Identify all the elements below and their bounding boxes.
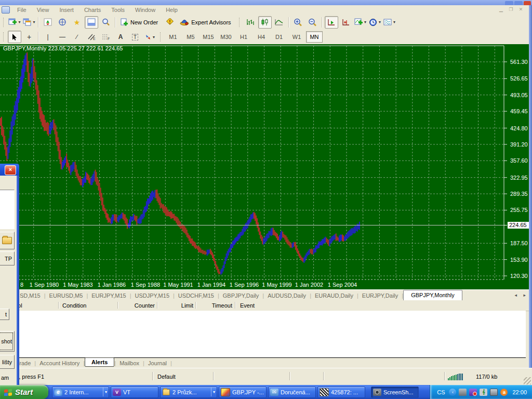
restore-button[interactable] — [514, 1, 523, 5]
candlestick-chart-button[interactable] — [258, 16, 272, 29]
periods-button[interactable]: ▾ — [368, 16, 382, 29]
overlay-shot-button[interactable]: shot — [0, 331, 15, 352]
timeframe-D1[interactable]: D1 — [271, 31, 287, 43]
taskbar-button-1[interactable]: e2 Intern...▾ — [52, 387, 109, 398]
chart-tab-AUDUSD-Daily[interactable]: AUDUSD,Daily — [264, 291, 310, 300]
overlay-t-button[interactable]: t — [0, 309, 9, 320]
language-indicator[interactable]: CS — [435, 389, 446, 395]
zoom-out-button[interactable] — [306, 16, 320, 29]
taskbar-button-3[interactable]: 2 Průzk...▾ — [160, 387, 217, 398]
chart-tab-EURJPY-M15[interactable]: EURJPY,M15 — [88, 291, 129, 300]
auto-scroll-button[interactable] — [325, 16, 338, 29]
menu-charts[interactable]: Charts — [79, 6, 106, 14]
taskbar-dropdown-icon[interactable]: ▾ — [103, 388, 108, 396]
timeframe-H4[interactable]: H4 — [253, 31, 270, 43]
trendline-button[interactable]: ∕ — [70, 31, 84, 43]
timeframe-W1[interactable]: W1 — [288, 31, 305, 43]
taskbar-dropdown-icon[interactable]: ▾ — [211, 388, 216, 396]
tab-scroll-left-icon[interactable]: ◂ — [514, 292, 517, 298]
alerts-list-area[interactable] — [0, 311, 526, 358]
templates-button[interactable]: ▾ — [383, 16, 396, 29]
alerts-column-condition[interactable]: Condition — [62, 302, 86, 309]
timeframe-M30[interactable]: M30 — [218, 31, 234, 43]
toolbar-grip[interactable] — [3, 18, 5, 27]
terminal-tab-mailbox[interactable]: Mailbox — [116, 359, 143, 367]
text-button[interactable]: A — [114, 31, 127, 43]
taskbar-button-2[interactable]: VVT — [111, 387, 158, 398]
timeframe-M1[interactable]: M1 — [165, 31, 181, 43]
menu-insert[interactable]: Insert — [54, 6, 79, 14]
text-label-button[interactable]: T — [128, 31, 142, 43]
chart-tab-GBPJPY-Daily[interactable]: GBPJPY,Daily — [219, 291, 263, 300]
crosshair-button[interactable]: + — [22, 31, 36, 43]
terminal-tab-account-history[interactable]: Account History — [36, 359, 83, 367]
toolbar-grip[interactable] — [239, 18, 241, 27]
overlay-folder-button[interactable] — [0, 232, 15, 249]
line-chart-button[interactable] — [273, 16, 286, 29]
menu-view[interactable]: View — [32, 6, 55, 14]
channel-button[interactable]: E — [85, 31, 98, 43]
menu-file[interactable]: File — [12, 6, 32, 14]
alerts-column-timeout[interactable]: Timeout — [197, 302, 232, 309]
mdi-restore-icon[interactable]: ❐ — [507, 6, 515, 13]
taskbar-button-6[interactable]: 425872: ... — [317, 387, 365, 398]
timeframe-MN[interactable]: MN — [306, 31, 323, 43]
taskbar-button-7[interactable]: ScreenSh... — [371, 387, 419, 398]
overlay-listbox[interactable] — [0, 190, 15, 229]
strategy-tester-button[interactable] — [99, 16, 113, 29]
terminal-tab-journal[interactable]: Journal — [144, 359, 170, 367]
chart-shift-button[interactable] — [339, 16, 353, 29]
vertical-line-button[interactable]: | — [41, 31, 55, 43]
status-profile[interactable]: Default — [157, 374, 176, 380]
market-watch-button[interactable] — [41, 16, 55, 29]
alerts-column-event[interactable]: Event — [240, 302, 255, 309]
menu-help[interactable]: Help — [161, 6, 183, 14]
tray-monitor-icon[interactable] — [490, 389, 498, 396]
new-order-button[interactable]: New Order — [118, 16, 162, 29]
taskbar-button-4[interactable]: GBP.JPY -... — [219, 387, 267, 398]
profiles-button[interactable]: ▾ — [22, 16, 36, 29]
tab-scroll-right-icon[interactable]: ▸ — [523, 292, 526, 298]
mdi-close-icon[interactable]: ✕ — [517, 6, 525, 13]
overlay-tp-button[interactable]: TP — [0, 251, 15, 265]
tray-network-icon[interactable]: 𝄞 — [480, 389, 487, 396]
start-button[interactable]: Start — [0, 385, 48, 399]
expert-advisors-button[interactable]: Expert Advisors — [178, 16, 235, 29]
zoom-in-button[interactable] — [291, 16, 305, 29]
tray-camera-icon[interactable] — [459, 389, 467, 396]
toolbar-grip[interactable] — [3, 32, 5, 42]
resize-grip[interactable] — [524, 377, 531, 384]
new-chart-button[interactable]: ▾ — [8, 16, 21, 29]
navigator-button[interactable]: ★ — [70, 16, 84, 29]
chart-tab-USDJPY-M15[interactable]: USDJPY,M15 — [131, 291, 173, 300]
chart-tab-EURAUD-Daily[interactable]: EURAUD,Daily — [311, 291, 357, 300]
fibonacci-button[interactable]: F — [99, 31, 113, 43]
tray-avast-icon[interactable]: a — [500, 389, 508, 396]
alerts-column-limit[interactable]: Limit — [159, 302, 193, 309]
arrows-button[interactable]: ▾ — [143, 31, 156, 43]
data-window-button[interactable] — [56, 16, 69, 29]
bar-chart-button[interactable] — [244, 16, 257, 29]
timeframe-H1[interactable]: H1 — [235, 31, 252, 43]
chart-window[interactable]: GBPJPY,Monthly 223.05 225.27 222.61 224.… — [0, 44, 529, 289]
cursor-button[interactable] — [8, 31, 21, 43]
indicators-button[interactable]: ▾ — [354, 16, 367, 29]
overlay-listy-button[interactable]: lišty — [0, 355, 15, 369]
metaeditor-warning-button[interactable]: ! — [163, 16, 177, 29]
tray-antivirus-shield-icon[interactable] — [469, 389, 477, 396]
alerts-column-counter[interactable]: Counter — [119, 302, 155, 309]
minimize-button[interactable] — [505, 1, 513, 5]
chart-plot[interactable] — [0, 44, 529, 281]
tray-chevron-icon[interactable]: ‹ — [449, 389, 456, 396]
taskbar-button-5[interactable]: ✉Doručená... — [268, 387, 316, 398]
timeframe-M5[interactable]: M5 — [182, 31, 199, 43]
chart-tab-EURJPY-Daily[interactable]: EURJPY,Daily — [358, 291, 402, 300]
toolbar-grip[interactable] — [160, 32, 162, 42]
menu-window[interactable]: Window — [130, 6, 161, 14]
close-button[interactable] — [524, 1, 531, 5]
timeframe-M15[interactable]: M15 — [200, 31, 217, 43]
overlay-close-button[interactable]: × — [5, 165, 16, 175]
chart-tab-USDCHF-M15[interactable]: USDCHF,M15 — [175, 291, 218, 300]
terminal-button[interactable] — [85, 16, 98, 29]
chart-tab-EURUSD-M5[interactable]: EURUSD,M5 — [46, 291, 87, 300]
